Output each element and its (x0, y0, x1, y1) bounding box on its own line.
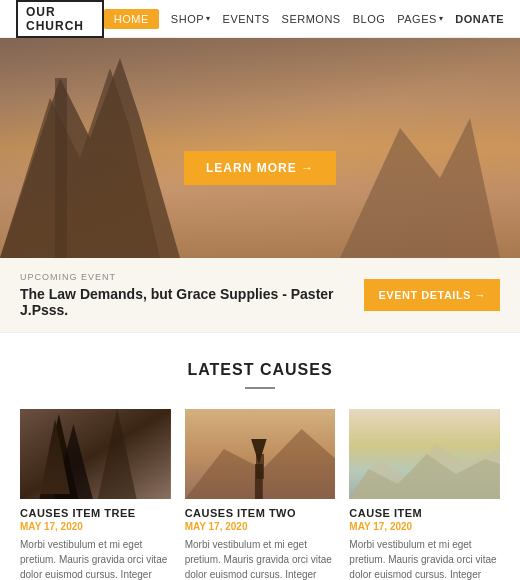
cause-card-2: CAUSES ITEM TWO MAY 17, 2020 Morbi vesti… (185, 409, 336, 580)
nav-home[interactable]: HOME (104, 9, 159, 29)
svg-rect-4 (20, 409, 171, 499)
header: OUR CHURCH HOME SHOP ▾ EVENTS SERMONS BL… (0, 0, 520, 38)
event-title: The Law Demands, but Grace Supplies - Pa… (20, 286, 364, 318)
chevron-down-icon: ▾ (206, 14, 211, 23)
cause-image-plain (349, 409, 500, 499)
cause-image-two (185, 409, 336, 499)
cause-1-date: MAY 17, 2020 (20, 521, 171, 532)
event-banner: UPCOMING EVENT The Law Demands, but Grac… (0, 258, 520, 333)
event-details-button[interactable]: EVENT DETAILS → (364, 279, 500, 311)
event-info: UPCOMING EVENT The Law Demands, but Grac… (20, 272, 364, 318)
nav: HOME SHOP ▾ EVENTS SERMONS BLOG PAGES ▾ … (104, 9, 504, 29)
cause-2-name: CAUSES ITEM TWO (185, 507, 336, 519)
nav-shop[interactable]: SHOP ▾ (171, 13, 211, 25)
chevron-down-icon: ▾ (439, 14, 444, 23)
causes-divider (245, 387, 275, 389)
nav-donate[interactable]: DONATE (455, 13, 504, 25)
nav-sermons[interactable]: SERMONS (282, 13, 341, 25)
event-label: UPCOMING EVENT (20, 272, 364, 282)
cause-2-date: MAY 17, 2020 (185, 521, 336, 532)
learn-more-button[interactable]: LEARN MORE → (184, 151, 336, 185)
cause-2-desc: Morbi vestibulum et mi eget pretium. Mau… (185, 537, 336, 580)
nav-pages[interactable]: PAGES ▾ (397, 13, 443, 25)
cause-card-3: CAUSE ITEM MAY 17, 2020 Morbi vestibulum… (349, 409, 500, 580)
svg-rect-10 (255, 464, 263, 499)
nav-events[interactable]: EVENTS (223, 13, 270, 25)
causes-title: LATEST CAUSES (20, 361, 500, 379)
causes-section: LATEST CAUSES (0, 333, 520, 580)
cause-3-name: CAUSE ITEM (349, 507, 500, 519)
cause-3-date: MAY 17, 2020 (349, 521, 500, 532)
cause-1-desc: Morbi vestibulum et mi eget pretium. Mau… (20, 537, 171, 580)
hero-overlay (0, 38, 520, 258)
cause-3-desc: Morbi vestibulum et mi eget pretium. Mau… (349, 537, 500, 580)
cause-image-tree (20, 409, 171, 499)
cause-card-1: CAUSES ITEM TREE MAY 17, 2020 Morbi vest… (20, 409, 171, 580)
nav-blog[interactable]: BLOG (353, 13, 386, 25)
hero-section: LEARN MORE → (0, 38, 520, 258)
logo[interactable]: OUR CHURCH (16, 0, 104, 38)
causes-grid: CAUSES ITEM TREE MAY 17, 2020 Morbi vest… (20, 409, 500, 580)
causes-header: LATEST CAUSES (20, 361, 500, 389)
cause-1-name: CAUSES ITEM TREE (20, 507, 171, 519)
